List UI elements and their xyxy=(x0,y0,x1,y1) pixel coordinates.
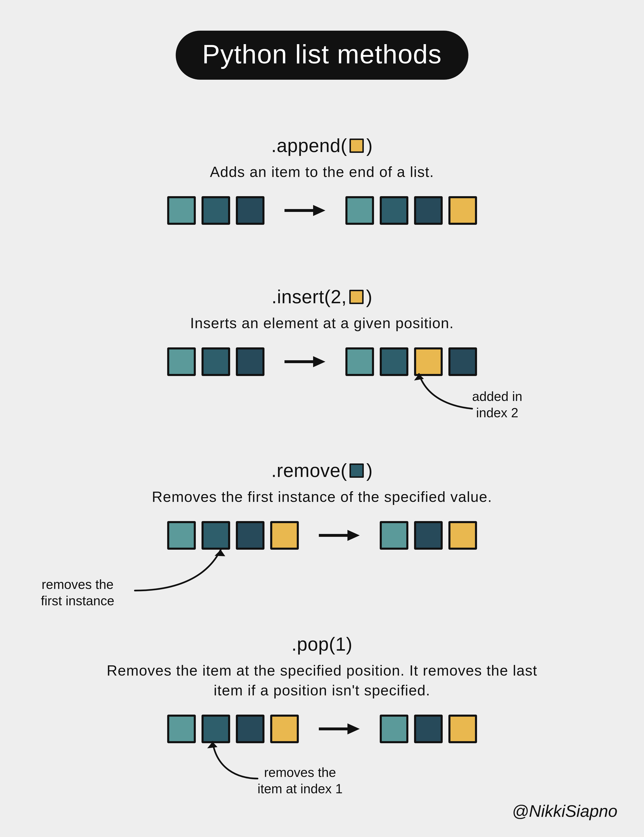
annot-line: removes the xyxy=(264,765,336,780)
box-icon xyxy=(167,715,196,743)
box-icon xyxy=(345,347,374,376)
section-append: .append( ) Adds an item to the end of a … xyxy=(0,135,644,225)
sig-text: ) xyxy=(366,460,373,481)
sig-text: .remove( xyxy=(271,460,347,481)
sig-text: .insert(2, xyxy=(272,286,347,307)
page-title: Python list methods xyxy=(176,31,468,80)
svg-marker-1 xyxy=(313,205,325,216)
remove-signature: .remove( ) xyxy=(271,460,373,481)
annot-line: item at index 1 xyxy=(258,781,343,796)
box-icon xyxy=(236,196,264,225)
square-icon xyxy=(350,463,364,478)
append-signature: .append( ) xyxy=(271,135,373,156)
box-icon xyxy=(449,521,477,550)
square-icon xyxy=(349,290,363,304)
svg-marker-9 xyxy=(347,724,360,734)
box-icon xyxy=(414,196,443,225)
annot-line: index 2 xyxy=(476,405,518,420)
svg-marker-7 xyxy=(215,550,225,556)
pop-annotation: removes the item at index 1 xyxy=(258,764,343,797)
remove-annotation: removes the first instance xyxy=(41,576,114,609)
section-remove: .remove( ) Removes the first instance of… xyxy=(0,460,644,550)
box-icon xyxy=(167,196,196,225)
annot-line: added in xyxy=(472,389,522,404)
insert-desc: Inserts an element at a given position. xyxy=(0,313,644,333)
append-desc: Adds an item to the end of a list. xyxy=(0,162,644,182)
pop-signature: .pop(1) xyxy=(291,633,353,655)
box-icon xyxy=(414,715,443,743)
section-pop: .pop(1) Removes the item at the specifie… xyxy=(0,633,644,743)
box-icon xyxy=(236,347,264,376)
svg-marker-10 xyxy=(207,742,217,748)
box-icon xyxy=(380,521,408,550)
box-icon xyxy=(270,715,299,743)
pop-row xyxy=(0,715,644,743)
box-icon xyxy=(380,196,408,225)
arrow-icon xyxy=(319,528,360,543)
box-icon xyxy=(345,196,374,225)
pop-desc: Removes the item at the specified positi… xyxy=(97,661,547,700)
box-icon xyxy=(380,347,408,376)
box-icon xyxy=(380,715,408,743)
box-icon xyxy=(414,521,443,550)
arrow-icon xyxy=(284,354,325,369)
annot-line: removes the xyxy=(42,577,113,592)
arrow-icon xyxy=(284,204,325,218)
sig-text: .append( xyxy=(271,135,347,156)
sig-text: ) xyxy=(366,135,373,156)
remove-desc: Removes the first instance of the specif… xyxy=(0,487,644,507)
box-icon xyxy=(449,715,477,743)
svg-marker-6 xyxy=(347,530,360,541)
insert-signature: .insert(2, ) xyxy=(272,286,373,307)
box-icon xyxy=(202,347,230,376)
page: Python list methods .append( ) Adds an i… xyxy=(0,0,644,837)
sig-text: .pop(1) xyxy=(291,633,353,655)
box-icon xyxy=(167,347,196,376)
svg-marker-3 xyxy=(313,356,325,367)
section-insert: .insert(2, ) Inserts an element at a giv… xyxy=(0,286,644,376)
callout-arrow-icon xyxy=(411,368,480,415)
annot-line: first instance xyxy=(41,593,114,608)
square-icon xyxy=(350,139,364,153)
callout-arrow-icon xyxy=(127,542,233,595)
insert-annotation: added in index 2 xyxy=(472,388,522,421)
box-icon xyxy=(449,196,477,225)
author-credit: @NikkiSiapno xyxy=(512,801,618,821)
append-row xyxy=(0,196,644,225)
box-icon xyxy=(270,521,299,550)
svg-marker-4 xyxy=(414,374,424,381)
sig-text: ) xyxy=(366,286,373,307)
insert-row xyxy=(0,347,644,376)
box-icon xyxy=(202,196,230,225)
remove-row xyxy=(0,521,644,550)
box-icon xyxy=(236,521,264,550)
arrow-icon xyxy=(319,722,360,736)
